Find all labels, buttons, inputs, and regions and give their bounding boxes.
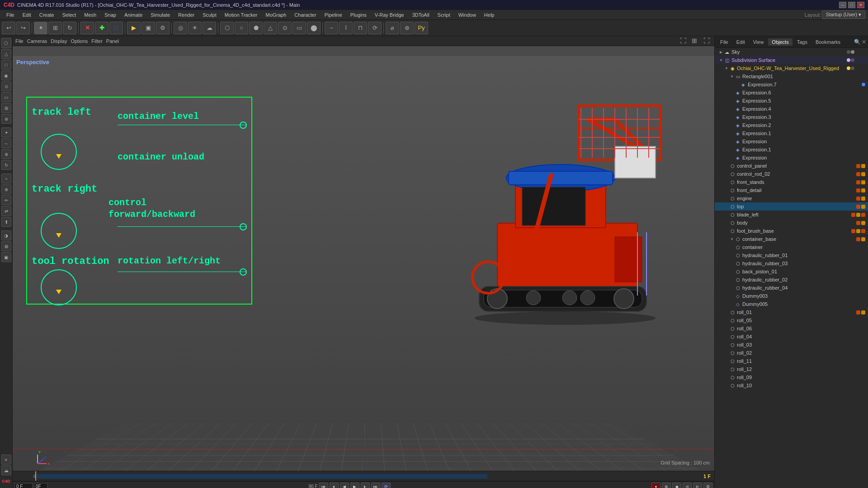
menu-simulate[interactable]: Simulate xyxy=(147,11,174,19)
tree-item-roll05[interactable]: ⬡ roll_05 xyxy=(715,316,868,324)
tree-item-ctrl-panel[interactable]: ⬡ control_panel xyxy=(715,162,868,170)
sidebar-mode-points[interactable]: ⬡ xyxy=(1,38,11,48)
sidebar-scale[interactable]: ⊗ xyxy=(1,149,11,159)
reverse-play-btn[interactable]: ◀ xyxy=(340,483,349,488)
tree-item-hyd-rubber-02[interactable]: ⬡ hydraulic_rubber_02 xyxy=(715,276,868,284)
menu-edit[interactable]: Edit xyxy=(19,11,35,19)
sidebar-materials[interactable]: ◑ xyxy=(1,230,11,240)
sidebar-ring-select[interactable]: ⊛ xyxy=(1,114,11,124)
tree-item-expr1[interactable]: ◈ Expression.1 xyxy=(715,129,868,137)
deformer-btn[interactable]: ⌀ xyxy=(386,22,399,34)
tree-toggle-ochiai[interactable]: ▼ xyxy=(724,66,729,71)
timeline-opts-btn[interactable]: ⚙ xyxy=(703,483,712,488)
sidebar-rotate[interactable]: ↻ xyxy=(1,160,11,170)
cylinder-btn[interactable]: ⬟ xyxy=(249,22,263,34)
tree-item-container-base[interactable]: ▼ ⬡ container_base xyxy=(715,235,868,243)
viewport-3d[interactable]: Perspective track left track right to xyxy=(13,56,714,488)
menu-mesh[interactable]: Mesh xyxy=(80,11,100,19)
tree-item-expr5[interactable]: ◈ Expression.5 xyxy=(715,97,868,105)
tree-toggle-subdiv[interactable]: ▼ xyxy=(718,57,724,63)
tree-item-rect[interactable]: ▼ ▭ Rectangle001 xyxy=(715,72,868,80)
vp-menu-options[interactable]: Options xyxy=(71,38,88,44)
menu-snap[interactable]: Snap xyxy=(101,11,120,19)
tree-item-expr3[interactable]: ◈ Expression.3 xyxy=(715,113,868,121)
vp-nav-icon-1[interactable]: ⛶ xyxy=(680,37,688,45)
scale-tool[interactable]: ⊞ xyxy=(48,22,62,34)
plane-btn[interactable]: ▭ xyxy=(292,22,306,34)
menu-select[interactable]: Select xyxy=(59,11,80,19)
menu-script[interactable]: Script xyxy=(434,11,454,19)
tree-item-roll11[interactable]: ⬡ roll_11 xyxy=(715,357,868,365)
layout-dropdown[interactable]: Startup (User) ▾ xyxy=(822,10,865,19)
menu-create[interactable]: Create xyxy=(36,11,58,19)
tree-item-dummy005[interactable]: ◇ Dummy005 xyxy=(715,300,868,308)
sidebar-live-select[interactable]: ⊙ xyxy=(1,81,11,91)
sidebar-extrude[interactable]: ⬆ xyxy=(1,217,11,227)
tree-item-roll04[interactable]: ⬡ roll_04 xyxy=(715,333,868,341)
tree-item-expr6[interactable]: ◈ Expression.6 xyxy=(715,89,868,97)
undo-button[interactable]: ↩ xyxy=(2,22,15,34)
disk-btn[interactable]: ⬤ xyxy=(307,22,321,34)
panel-tab-objects[interactable]: Objects xyxy=(768,38,792,46)
sidebar-terrain[interactable]: ⛰ xyxy=(1,465,11,475)
play-btn[interactable]: ▶ xyxy=(350,483,359,488)
vp-menu-file[interactable]: File xyxy=(15,38,24,44)
z-axis[interactable]: □ xyxy=(109,22,123,34)
menu-sculpt[interactable]: Sculpt xyxy=(199,11,220,19)
sidebar-mode-edges[interactable]: △ xyxy=(1,49,11,59)
next-key-btn[interactable]: ⊳ xyxy=(693,483,702,488)
cloner-btn[interactable]: ⊛ xyxy=(400,22,414,34)
viewport-area[interactable]: File Cameras Display Options Filter Pane… xyxy=(13,36,714,488)
tree-item-subdiv[interactable]: ▼ ◫ Subdivision Surface xyxy=(715,56,868,64)
cone-btn[interactable]: △ xyxy=(264,22,277,34)
vp-menu-filter[interactable]: Filter xyxy=(91,38,102,44)
sidebar-transform[interactable]: ✦ xyxy=(1,127,11,137)
sidebar-uv[interactable]: ⊠ xyxy=(1,241,11,251)
tree-item-expr2[interactable]: ◈ Expression.2 xyxy=(715,121,868,129)
current-frame-field[interactable]: 0F xyxy=(34,483,47,488)
render-settings[interactable]: ⚙ xyxy=(156,22,170,34)
tree-item-roll12[interactable]: ⬡ roll_12 xyxy=(715,365,868,373)
tree-item-expr0[interactable]: ◈ Expression xyxy=(715,137,868,145)
tree-item-front-detail[interactable]: ⬡ front_detail xyxy=(715,186,868,194)
python-btn[interactable]: Py xyxy=(415,22,428,34)
sidebar-brush[interactable]: ✏ xyxy=(1,195,11,205)
minimize-button[interactable]: ─ xyxy=(839,2,846,8)
vp-fullscreen-icon[interactable]: ⛶ xyxy=(703,37,712,45)
torus-btn[interactable]: ⊙ xyxy=(278,22,292,34)
panel-search-icon[interactable]: 🔍 xyxy=(854,39,861,45)
tree-item-foot-brush[interactable]: ⬡ foot_brush_base xyxy=(715,227,868,235)
menu-help[interactable]: Help xyxy=(481,11,498,19)
x-axis[interactable]: ✕ xyxy=(80,22,94,34)
panel-tab-tags[interactable]: Tags xyxy=(793,38,811,46)
menu-animate[interactable]: Animate xyxy=(121,11,146,19)
bezier-btn[interactable]: ⌇ xyxy=(339,22,353,34)
tree-item-ochiai[interactable]: ▼ ◉ Ochiai_OHC-W_Tea_Harvester_Used_Rigg… xyxy=(715,64,868,72)
panel-tab-view[interactable]: View xyxy=(750,38,768,46)
sidebar-mirror[interactable]: ⇌ xyxy=(1,206,11,216)
vp-menu-panel[interactable]: Panel xyxy=(106,38,119,44)
tree-item-body[interactable]: ⬡ body xyxy=(715,219,868,227)
keyframe-btn[interactable]: ◆ xyxy=(672,483,681,488)
menu-vray[interactable]: V-Ray Bridge xyxy=(371,11,408,19)
tree-item-container[interactable]: ⬡ container xyxy=(715,243,868,251)
tree-item-roll03[interactable]: ⬡ roll_03 xyxy=(715,341,868,349)
rotate-tool[interactable]: ↻ xyxy=(63,22,76,34)
tree-item-hyd-rubber-04[interactable]: ⬡ hydraulic_rubber_04 xyxy=(715,284,868,292)
sidebar-rect-select[interactable]: ▭ xyxy=(1,92,11,102)
prev-key-btn[interactable]: ⊲ xyxy=(683,483,692,488)
panel-close-btn[interactable]: ✕ xyxy=(862,39,866,45)
tree-item-top[interactable]: ⬡ top xyxy=(715,202,868,211)
move-tool[interactable]: ✦ xyxy=(34,22,47,34)
tree-item-roll09[interactable]: ⬡ roll_09 xyxy=(715,373,868,381)
tree-toggle-rect[interactable]: ▼ xyxy=(729,74,735,79)
maximize-button[interactable]: □ xyxy=(848,2,855,8)
redo-button[interactable]: ↪ xyxy=(16,22,30,34)
tree-item-ctrl-rod[interactable]: ⬡ control_rod_02 xyxy=(715,170,868,178)
camera-btn[interactable]: ◎ xyxy=(174,22,187,34)
light-btn[interactable]: ☀ xyxy=(188,22,202,34)
menu-render[interactable]: Render xyxy=(175,11,198,19)
tree-toggle-container-base[interactable]: ▼ xyxy=(729,236,735,242)
vp-nav-icon-2[interactable]: ⊞ xyxy=(692,37,700,45)
tree-toggle-expr7[interactable] xyxy=(735,82,740,87)
